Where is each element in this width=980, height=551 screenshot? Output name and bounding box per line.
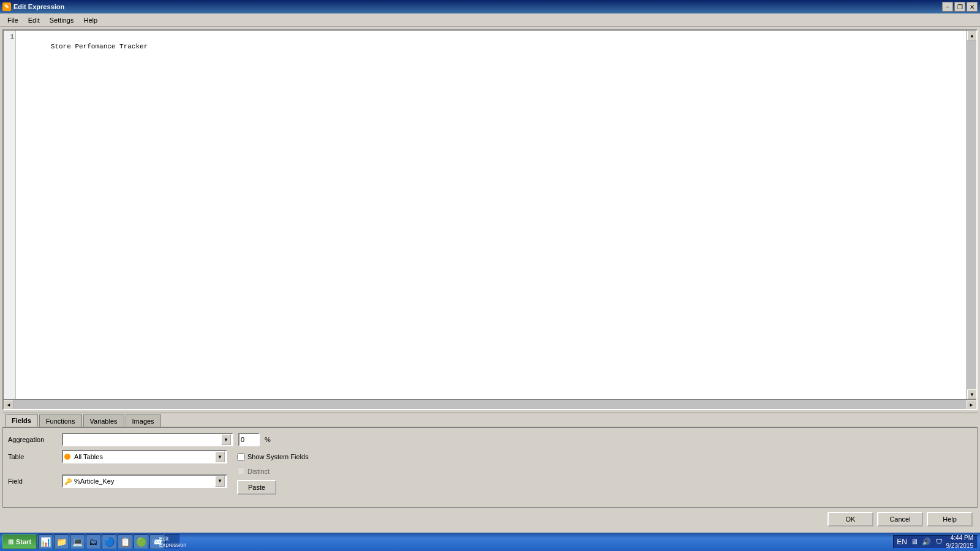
distinct-row: Distinct: [237, 467, 276, 475]
taskbar: ⊞ Start 📊 📁 💻 🗂 🔵 📋 🟢 📨 Edit Expression …: [0, 533, 980, 551]
tab-functions-label: Functions: [46, 418, 75, 425]
app-icon: ✎: [2, 2, 11, 11]
scroll-left-button[interactable]: ◄: [4, 400, 13, 410]
cancel-button[interactable]: Cancel: [877, 512, 923, 527]
dialog-buttons: OK Cancel Help: [2, 508, 978, 530]
scroll-down-button[interactable]: ▼: [967, 389, 976, 399]
field-dropdown[interactable]: 🔑 %Article_Key ▼: [62, 474, 227, 488]
paste-button[interactable]: Paste: [237, 480, 276, 495]
pct-input[interactable]: [238, 433, 260, 446]
field-row: Field 🔑 %Article_Key ▼ Distinct Paste: [8, 467, 972, 495]
table-value: All Tables: [73, 453, 215, 460]
taskbar-icon-6[interactable]: 🟢: [134, 534, 148, 549]
minimize-button[interactable]: −: [942, 2, 953, 12]
windows-logo: ⊞: [8, 538, 13, 546]
start-button[interactable]: ⊞ Start: [2, 534, 37, 549]
menu-file[interactable]: File: [2, 15, 23, 25]
tray-icon-network: 🖥: [910, 537, 919, 547]
fields-tab-content: Aggregation ▼ % Table All Tables ▼: [2, 427, 978, 508]
tabs-bar: Fields Functions Variables Images: [2, 413, 978, 427]
aggregation-label: Aggregation: [8, 436, 57, 443]
clock-time: 4:44 PM: [946, 534, 974, 542]
table-arrow[interactable]: ▼: [215, 451, 225, 462]
line-numbers: 1: [4, 31, 16, 399]
taskbar-icon-2[interactable]: 💻: [70, 534, 85, 549]
system-tray: EN 🖥 🔊 🛡 4:44 PM 9/23/2015: [893, 535, 978, 549]
tab-fields[interactable]: Fields: [5, 414, 38, 427]
aggregation-row: Aggregation ▼ %: [8, 433, 972, 446]
aggregation-arrow[interactable]: ▼: [221, 434, 231, 445]
title-bar: ✎ Edit Expression − ❒ ✕: [0, 0, 980, 13]
tab-variables-label: Variables: [90, 418, 118, 425]
taskbar-icon-1[interactable]: 📁: [54, 534, 69, 549]
tray-icon-volume: 🔊: [922, 537, 932, 547]
taskbar-icon-0[interactable]: 📊: [38, 534, 53, 549]
show-system-fields-row: Show System Fields: [237, 453, 309, 461]
menu-settings[interactable]: Settings: [45, 15, 79, 25]
table-indicator: [64, 454, 70, 460]
tab-functions[interactable]: Functions: [39, 414, 82, 427]
table-label: Table: [8, 453, 57, 460]
active-window-label: Edit Expression: [159, 536, 187, 548]
show-system-fields-checkbox[interactable]: [237, 453, 245, 461]
tray-icon-language: EN: [897, 537, 907, 547]
vertical-scrollbar[interactable]: ▲ ▼: [967, 31, 976, 399]
table-row: Table All Tables ▼ Show System Fields: [8, 450, 972, 463]
scroll-right-button[interactable]: ►: [967, 400, 976, 410]
close-button[interactable]: ✕: [967, 2, 978, 12]
window-controls: − ❒ ✕: [942, 2, 978, 12]
tab-images-label: Images: [132, 418, 154, 425]
system-clock: 4:44 PM 9/23/2015: [946, 534, 974, 550]
bottom-panel: Fields Functions Variables Images Aggreg…: [2, 413, 978, 508]
tray-icon-security: 🛡: [934, 537, 944, 547]
editor-inner: 1 Store Perfomance Tracker ▲ ▼: [4, 31, 976, 399]
menu-help[interactable]: Help: [78, 15, 102, 25]
distinct-label: Distinct: [247, 468, 270, 475]
help-button[interactable]: Help: [927, 512, 973, 527]
pct-symbol: %: [265, 436, 271, 443]
ok-button[interactable]: OK: [827, 512, 873, 527]
right-options-2: Distinct Paste: [237, 467, 276, 495]
clock-date: 9/23/2015: [946, 542, 974, 550]
editor-container: 1 Store Perfomance Tracker ▲ ▼ ◄ ►: [2, 29, 978, 410]
scroll-track-v[interactable]: [967, 40, 976, 389]
active-window-button[interactable]: Edit Expression: [165, 534, 180, 549]
distinct-checkbox: [237, 467, 245, 475]
taskbar-icon-4[interactable]: 🔵: [102, 534, 116, 549]
menu-bar: File Edit Settings Help: [0, 13, 980, 27]
scroll-up-button[interactable]: ▲: [967, 31, 976, 40]
window-body: 1 Store Perfomance Tracker ▲ ▼ ◄ ► Field…: [0, 27, 980, 533]
start-label: Start: [16, 538, 31, 545]
aggregation-dropdown[interactable]: ▼: [62, 433, 233, 446]
restore-button[interactable]: ❒: [954, 2, 965, 12]
field-icon: 🔑: [64, 478, 70, 484]
taskbar-icon-3[interactable]: 🗂: [86, 534, 100, 549]
line-number-1: 1: [5, 32, 14, 42]
scroll-track-h[interactable]: [13, 400, 967, 409]
show-system-fields-label: Show System Fields: [247, 453, 309, 460]
window-title: Edit Expression: [13, 3, 64, 10]
tab-variables[interactable]: Variables: [83, 414, 124, 427]
horizontal-scrollbar[interactable]: ◄ ►: [4, 399, 976, 409]
editor-content[interactable]: Store Perfomance Tracker: [16, 31, 967, 399]
tab-images[interactable]: Images: [126, 414, 161, 427]
tab-fields-label: Fields: [12, 417, 31, 424]
field-label: Field: [8, 478, 57, 485]
field-value: %Article_Key: [73, 478, 215, 485]
table-dropdown[interactable]: All Tables ▼: [62, 450, 227, 463]
taskbar-icon-5[interactable]: 📋: [118, 534, 132, 549]
right-options: Show System Fields: [237, 453, 309, 461]
editor-text: Store Perfomance Tracker: [51, 43, 148, 50]
field-arrow[interactable]: ▼: [215, 476, 225, 487]
title-bar-left: ✎ Edit Expression: [2, 2, 64, 11]
menu-edit[interactable]: Edit: [23, 15, 45, 25]
